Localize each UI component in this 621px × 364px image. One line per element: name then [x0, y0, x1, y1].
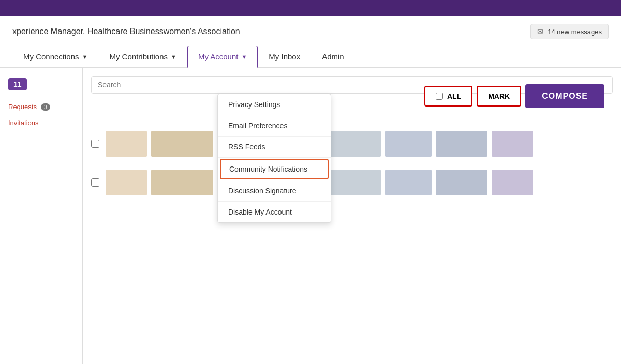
compose-button[interactable]: COMPOSE — [525, 84, 604, 108]
chevron-down-icon: ▼ — [171, 54, 176, 60]
row-content — [106, 170, 613, 195]
requests-label: Requests — [8, 103, 37, 111]
dropdown-item-privacy-settings[interactable]: Privacy Settings — [218, 94, 331, 115]
tab-my-account-label: My Account — [198, 52, 239, 61]
content-block — [492, 131, 533, 157]
chevron-down-icon: ▼ — [241, 54, 247, 60]
tab-my-connections-label: My Connections — [23, 52, 79, 61]
dropdown-item-email-preferences[interactable]: Email Preferences — [218, 115, 331, 136]
tab-admin-label: Admin — [322, 52, 344, 61]
sidebar-badge: 11 — [8, 78, 27, 90]
sidebar: 11 Requests 3 Invitations — [0, 68, 83, 364]
content-block — [151, 131, 213, 157]
table-row — [91, 163, 613, 202]
org-title: xperience Manager, Healthcare Businesswo… — [12, 27, 240, 36]
rss-feeds-label: RSS Feeds — [228, 143, 265, 151]
community-notifications-label: Community Notifications — [229, 165, 307, 173]
content-block — [324, 170, 381, 195]
sidebar-item-requests[interactable]: Requests 3 — [0, 99, 82, 115]
all-label: ALL — [447, 92, 461, 100]
table-area — [91, 125, 613, 202]
tab-my-contributions-label: My Contributions — [109, 52, 168, 61]
top-bar — [0, 0, 621, 16]
action-buttons: ALL MARK COMPOSE — [424, 84, 604, 108]
tab-my-contributions[interactable]: My Contributions ▼ — [98, 46, 187, 67]
content-block — [492, 170, 533, 195]
invitations-label: Invitations — [8, 119, 39, 127]
select-all-button[interactable]: ALL — [424, 86, 472, 107]
requests-count: 3 — [41, 103, 50, 111]
dropdown-item-rss-feeds[interactable]: RSS Feeds — [218, 136, 331, 158]
nav-tabs: My Connections ▼ My Contributions ▼ My A… — [12, 46, 609, 67]
messages-count: 14 new messages — [548, 28, 602, 36]
header-top: xperience Manager, Healthcare Businesswo… — [12, 24, 609, 39]
content-block — [324, 131, 381, 157]
compose-label: COMPOSE — [542, 92, 588, 100]
privacy-settings-label: Privacy Settings — [228, 100, 280, 109]
select-all-checkbox[interactable] — [436, 93, 443, 100]
header-area: xperience Manager, Healthcare Businesswo… — [0, 16, 621, 68]
disable-account-label: Disable My Account — [228, 208, 292, 216]
table-row — [91, 125, 613, 163]
email-preferences-label: Email Preferences — [228, 122, 287, 130]
envelope-icon: ✉ — [537, 27, 543, 36]
row-content — [106, 131, 613, 157]
content-block — [151, 170, 213, 195]
dropdown-menu: Privacy Settings Email Preferences RSS F… — [217, 94, 331, 223]
mark-button[interactable]: MARK — [477, 86, 521, 107]
tab-my-inbox-label: My Inbox — [269, 52, 300, 61]
mark-label: MARK — [488, 92, 510, 100]
content-block — [436, 131, 487, 157]
content-area: ALL MARK COMPOSE — [83, 68, 621, 364]
row-checkbox[interactable] — [91, 140, 99, 148]
content-block — [106, 170, 147, 195]
row-checkbox[interactable] — [91, 178, 99, 187]
dropdown-item-disable-account[interactable]: Disable My Account — [218, 202, 331, 222]
content-block — [385, 170, 432, 195]
messages-badge[interactable]: ✉ 14 new messages — [530, 24, 609, 39]
tab-my-connections[interactable]: My Connections ▼ — [12, 46, 98, 67]
discussion-signature-label: Discussion Signature — [228, 187, 297, 195]
content-block — [436, 170, 487, 195]
tab-admin[interactable]: Admin — [311, 46, 355, 67]
content-block — [385, 131, 432, 157]
main-content: 11 Requests 3 Invitations ALL MARK COMPO… — [0, 68, 621, 364]
toolbar-row: ALL MARK COMPOSE — [91, 76, 613, 94]
sidebar-item-invitations[interactable]: Invitations — [0, 115, 82, 131]
dropdown-item-discussion-signature[interactable]: Discussion Signature — [218, 180, 331, 202]
chevron-down-icon: ▼ — [82, 54, 88, 60]
content-block — [106, 131, 147, 157]
tab-my-account[interactable]: My Account ▼ — [187, 46, 258, 68]
dropdown-item-community-notifications[interactable]: Community Notifications — [220, 159, 329, 179]
tab-my-inbox[interactable]: My Inbox — [258, 46, 311, 67]
